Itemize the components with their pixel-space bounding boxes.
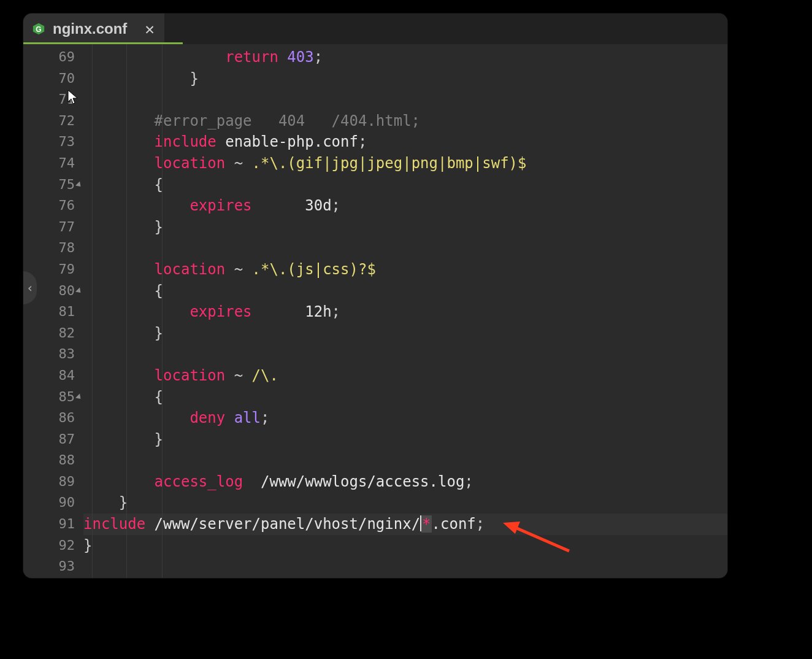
line-number: 89	[23, 471, 83, 493]
code-line[interactable]: }	[83, 68, 727, 90]
tab-label: nginx.conf	[53, 20, 127, 37]
code-line[interactable]: return 403;	[83, 47, 727, 68]
code-line[interactable]	[83, 237, 727, 259]
code-area[interactable]: return 403; } #error_page 404 /404.html;…	[83, 44, 727, 578]
close-icon[interactable]: ✕	[145, 21, 155, 37]
line-number: 74	[23, 153, 83, 174]
line-number: 86	[23, 407, 83, 429]
code-line-current[interactable]: include /www/server/panel/vhost/nginx/*.…	[83, 514, 727, 535]
code-line[interactable]: location ~ /\.	[83, 365, 727, 387]
code-line[interactable]: access_log /www/wwwlogs/access.log;	[83, 471, 727, 493]
tab-bar: G nginx.conf ✕	[23, 13, 727, 44]
code-line[interactable]: location ~ .*\.(js|css)?$	[83, 259, 727, 280]
code-editor[interactable]: 6970717273747576777879808182838485868788…	[23, 44, 727, 578]
editor-window: G nginx.conf ✕ ‹ 69707172737475767778798…	[23, 13, 727, 578]
chevron-left-icon: ‹	[26, 280, 34, 295]
line-number: 77	[23, 217, 83, 238]
code-line[interactable]: {	[83, 387, 727, 408]
code-line[interactable]: }	[83, 323, 727, 344]
code-line[interactable]: }	[83, 217, 727, 238]
line-number: 76	[23, 195, 83, 217]
line-number: 72	[23, 110, 83, 132]
line-number: 85	[23, 387, 83, 408]
code-line[interactable]: expires 12h;	[83, 301, 727, 323]
code-line[interactable]: #error_page 404 /404.html;	[83, 110, 727, 132]
tab-nginx-conf[interactable]: G nginx.conf ✕	[23, 13, 164, 44]
line-number: 92	[23, 535, 83, 557]
code-line[interactable]: location ~ .*\.(gif|jpg|jpeg|png|bmp|swf…	[83, 153, 727, 174]
code-line[interactable]: expires 30d;	[83, 195, 727, 217]
line-number: 69	[23, 47, 83, 68]
code-line[interactable]	[83, 450, 727, 471]
code-line[interactable]: {	[83, 174, 727, 196]
code-line[interactable]: deny all;	[83, 407, 727, 429]
code-line[interactable]: }	[83, 535, 727, 557]
line-number: 83	[23, 344, 83, 365]
line-number: 91	[23, 514, 83, 535]
line-number: 90	[23, 492, 83, 514]
line-number: 73	[23, 131, 83, 153]
line-number: 78	[23, 237, 83, 259]
line-number: 71	[23, 89, 83, 110]
line-number: 84	[23, 365, 83, 387]
code-line[interactable]: include enable-php.conf;	[83, 131, 727, 153]
line-number: 87	[23, 429, 83, 450]
code-line[interactable]	[83, 556, 727, 577]
code-line[interactable]	[83, 344, 727, 365]
svg-text:G: G	[36, 25, 41, 34]
code-line[interactable]: }	[83, 429, 727, 450]
line-number-gutter: 6970717273747576777879808182838485868788…	[23, 44, 83, 578]
nginx-file-icon: G	[32, 22, 45, 36]
line-number: 75	[23, 174, 83, 196]
line-number: 88	[23, 450, 83, 471]
line-number: 93	[23, 556, 83, 577]
code-line[interactable]: {	[83, 280, 727, 302]
line-number: 82	[23, 323, 83, 344]
code-line[interactable]	[83, 89, 727, 110]
line-number: 70	[23, 68, 83, 90]
code-line[interactable]: }	[83, 492, 727, 514]
line-number: 81	[23, 301, 83, 323]
